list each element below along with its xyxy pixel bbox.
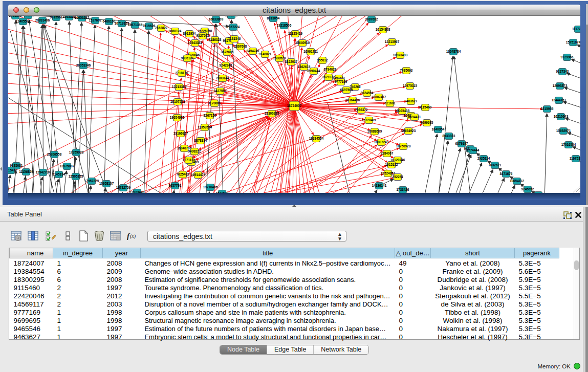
svg-text:1271133: 1271133	[183, 158, 195, 162]
svg-text:9915561: 9915561	[50, 16, 63, 19]
svg-text:19218506: 19218506	[277, 24, 292, 27]
svg-text:19384554: 19384554	[309, 137, 324, 140]
svg-text:10654112: 10654112	[510, 179, 525, 183]
svg-text:16543382: 16543382	[188, 41, 203, 45]
svg-text:16033809: 16033809	[209, 17, 224, 21]
svg-text:2718176: 2718176	[176, 71, 188, 75]
svg-text:7181546: 7181546	[228, 37, 241, 40]
svg-text:15751074: 15751074	[566, 40, 580, 44]
svg-text:10807487: 10807487	[372, 95, 386, 99]
svg-text:7632621: 7632621	[489, 163, 502, 167]
svg-text:9129966: 9129966	[561, 55, 574, 59]
svg-text:10973493: 10973493	[393, 53, 408, 57]
svg-text:8933923: 8933923	[443, 134, 455, 138]
svg-text:17359928: 17359928	[69, 150, 84, 154]
svg-text:20206558: 20206558	[47, 152, 62, 156]
svg-text:9146821: 9146821	[259, 52, 272, 56]
svg-text:12405571: 12405571	[16, 19, 31, 23]
svg-text:12444151: 12444151	[552, 98, 567, 102]
svg-text:8990444: 8990444	[308, 69, 320, 73]
svg-text:6466160: 6466160	[103, 19, 116, 23]
svg-text:16914479: 16914479	[191, 173, 206, 177]
svg-text:6497568: 6497568	[340, 88, 353, 92]
svg-text:9327503: 9327503	[197, 34, 209, 37]
svg-text:6794028: 6794028	[324, 68, 337, 71]
svg-text:7551123: 7551123	[22, 16, 35, 17]
svg-text:17957225: 17957225	[84, 179, 99, 183]
svg-text:15640910: 15640910	[295, 41, 310, 45]
svg-text:1117244: 1117244	[572, 27, 580, 31]
svg-text:12942737: 12942737	[36, 170, 51, 174]
svg-text:16648784: 16648784	[446, 50, 461, 53]
svg-text:12213369: 12213369	[172, 85, 187, 89]
svg-text:1145194: 1145194	[53, 172, 66, 176]
svg-text:9273341: 9273341	[225, 16, 238, 17]
svg-text:18524851: 18524851	[381, 171, 396, 175]
svg-text:9184067: 9184067	[381, 151, 394, 155]
svg-text:9657791: 9657791	[169, 184, 182, 187]
svg-text:(x): (x)	[130, 233, 136, 239]
svg-text:9463627: 9463627	[405, 99, 418, 103]
svg-text:16961711: 16961711	[303, 50, 318, 53]
svg-text:10756928: 10756928	[396, 144, 411, 148]
svg-text:1640954: 1640954	[432, 127, 445, 131]
svg-text:8813054: 8813054	[267, 16, 280, 20]
svg-text:12505155: 12505155	[69, 174, 83, 178]
svg-text:8860124: 8860124	[169, 29, 182, 33]
svg-text:7515526: 7515526	[143, 24, 156, 28]
svg-text:20891406: 20891406	[35, 18, 50, 22]
svg-text:7625402: 7625402	[177, 172, 189, 176]
svg-text:8694411: 8694411	[408, 115, 421, 119]
svg-text:20364436: 20364436	[345, 98, 360, 102]
svg-text:11325419: 11325419	[288, 32, 303, 35]
svg-text:20053346: 20053346	[76, 63, 91, 67]
svg-text:19166827: 19166827	[173, 132, 188, 135]
svg-text:9227343: 9227343	[556, 70, 569, 73]
svg-text:9777169: 9777169	[335, 80, 347, 83]
svg-text:9699695: 9699695	[421, 121, 433, 124]
svg-text:13975887: 13975887	[60, 164, 75, 168]
svg-text:3624554: 3624554	[361, 91, 374, 95]
svg-text:18807249: 18807249	[374, 140, 389, 144]
svg-text:1063321: 1063321	[63, 16, 76, 18]
svg-text:10958107: 10958107	[99, 182, 114, 185]
svg-text:12093873: 12093873	[553, 84, 568, 87]
svg-text:10688609: 10688609	[367, 129, 382, 133]
svg-text:11156829: 11156829	[19, 170, 33, 173]
svg-text:19716485: 19716485	[203, 185, 218, 189]
svg-text:9115460: 9115460	[419, 105, 432, 109]
svg-text:9242848: 9242848	[220, 63, 232, 67]
svg-text:7986372: 7986372	[355, 108, 368, 112]
svg-text:8471676: 8471676	[500, 172, 513, 176]
svg-text:10671355: 10671355	[128, 23, 143, 27]
svg-text:8186328: 8186328	[209, 38, 222, 41]
svg-text:10653287: 10653287	[75, 16, 90, 19]
svg-text:15720407: 15720407	[362, 118, 377, 122]
svg-text:19654985: 19654985	[170, 116, 185, 119]
svg-text:9498222: 9498222	[188, 149, 201, 153]
svg-text:2087682: 2087682	[365, 17, 378, 21]
svg-text:8878334: 8878334	[194, 139, 207, 142]
svg-text:18724007: 18724007	[287, 104, 302, 107]
svg-text:8454749: 8454749	[247, 49, 259, 53]
svg-text:1615132: 1615132	[385, 163, 398, 166]
svg-text:11353594: 11353594	[198, 125, 212, 129]
svg-text:10025438: 10025438	[395, 109, 410, 113]
svg-text:1588520: 1588520	[273, 56, 286, 60]
svg-text:9245652: 9245652	[521, 187, 534, 191]
svg-text:16782759: 16782759	[116, 186, 131, 189]
svg-text:8267150: 8267150	[204, 114, 216, 117]
svg-text:16107553: 16107553	[170, 100, 185, 103]
svg-text:621601: 621601	[384, 101, 396, 105]
svg-text:3675685: 3675685	[221, 50, 234, 54]
svg-text:14136141: 14136141	[372, 184, 387, 187]
svg-text:1527602: 1527602	[89, 18, 102, 22]
svg-text:2405571: 2405571	[9, 16, 22, 17]
svg-text:955812: 955812	[317, 58, 328, 62]
svg-text:8215955: 8215955	[541, 107, 554, 111]
svg-text:8427552: 8427552	[214, 89, 227, 93]
svg-text:10719155: 10719155	[115, 21, 129, 25]
svg-text:17016504: 17016504	[561, 143, 576, 146]
svg-text:2803144: 2803144	[216, 76, 229, 80]
svg-text:6879197: 6879197	[455, 142, 468, 145]
